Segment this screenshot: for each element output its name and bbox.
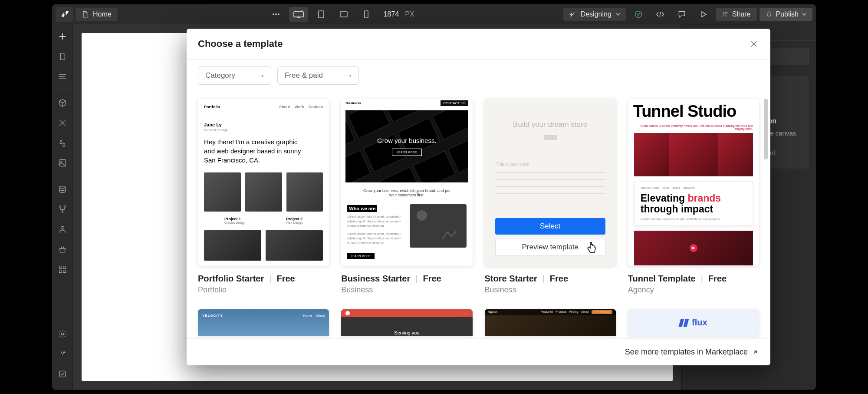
basket-icon xyxy=(58,245,67,254)
logic-button[interactable] xyxy=(54,201,71,218)
svg-point-1 xyxy=(275,13,277,15)
template-grid: Portfolio AboutWorkContact Jane Ly Produ… xyxy=(187,88,770,338)
svg-rect-17 xyxy=(59,266,62,269)
desktop-star-icon: * xyxy=(293,10,304,19)
variables-icon xyxy=(58,119,67,127)
home-page-button[interactable]: Home xyxy=(76,8,118,21)
template-card-store[interactable]: Build your dream store This is your stor… xyxy=(485,99,616,297)
navigator-button[interactable] xyxy=(54,68,71,85)
template-card-spoon[interactable]: SpoonFeaturedProcessPricingAboutGet Star… xyxy=(485,309,616,336)
svg-rect-19 xyxy=(59,270,62,273)
template-card-portfolio[interactable]: Portfolio AboutWorkContact Jane Ly Produ… xyxy=(198,99,329,297)
svg-text:*: * xyxy=(301,10,303,13)
viewport-width-value[interactable]: 1874 xyxy=(384,10,399,18)
help-sparkle-icon xyxy=(58,350,67,358)
settings-button[interactable] xyxy=(54,325,71,343)
comments-button[interactable] xyxy=(672,7,691,22)
ecommerce-button[interactable] xyxy=(54,241,71,258)
modal-close-button[interactable] xyxy=(749,39,759,49)
template-card-velocity[interactable]: VELOCITYHomeAbout xyxy=(198,309,329,336)
add-element-button[interactable] xyxy=(54,28,71,45)
preview-button[interactable] xyxy=(694,7,713,22)
svg-point-0 xyxy=(273,13,274,15)
preview-template-button[interactable]: Preview template xyxy=(495,239,605,255)
webflow-logo-icon xyxy=(59,10,69,19)
svg-rect-20 xyxy=(63,270,66,273)
template-card-flux[interactable]: flux xyxy=(628,309,759,336)
marketplace-link[interactable]: See more templates in Marketplace xyxy=(625,348,758,357)
components-button[interactable] xyxy=(54,94,71,112)
svg-point-2 xyxy=(278,13,279,15)
template-card-tunnel[interactable]: Tunnel Studio Tunnel Studio is where cre… xyxy=(628,99,759,297)
scrollbar-thumb[interactable] xyxy=(764,99,768,159)
ellipsis-icon xyxy=(272,13,280,16)
svg-point-21 xyxy=(61,333,63,335)
close-icon xyxy=(750,40,757,47)
logic-icon xyxy=(58,205,67,214)
svg-rect-5 xyxy=(319,11,324,18)
pointer-cursor-icon xyxy=(586,241,598,255)
svg-rect-18 xyxy=(63,266,66,269)
audit-button[interactable] xyxy=(54,365,71,383)
modal-title: Choose a template xyxy=(198,38,283,50)
checkbox-icon xyxy=(58,370,67,378)
database-icon xyxy=(58,185,67,194)
svg-rect-6 xyxy=(340,12,347,17)
status-check-button[interactable] xyxy=(629,7,648,22)
user-icon xyxy=(58,225,67,234)
viewport-desktop-button[interactable]: * xyxy=(289,7,308,22)
code-icon xyxy=(656,11,664,17)
svg-point-15 xyxy=(62,212,63,213)
svg-point-12 xyxy=(59,186,65,189)
assets-button[interactable] xyxy=(54,154,71,172)
chevron-down-icon xyxy=(802,13,806,16)
help-button[interactable] xyxy=(54,345,71,363)
left-sidebar xyxy=(52,24,73,390)
template-modal: Choose a template Category ▾ Free & paid… xyxy=(187,29,770,365)
style-selectors-button[interactable] xyxy=(54,134,71,152)
chevron-down-icon: ▾ xyxy=(261,73,264,79)
droplets-icon xyxy=(58,139,67,147)
plus-icon xyxy=(58,32,67,41)
more-menu-button[interactable] xyxy=(266,7,286,22)
viewport-tablet-portrait-button[interactable] xyxy=(312,7,331,22)
template-card-business[interactable]: BusinessCONTACT US Grow your business. L… xyxy=(341,99,472,297)
viewport-tablet-landscape-button[interactable] xyxy=(334,7,353,22)
select-template-button[interactable]: Select xyxy=(495,218,605,235)
viewport-width-unit: PX xyxy=(405,10,414,18)
publish-button[interactable]: Publish xyxy=(760,8,812,21)
svg-point-8 xyxy=(635,11,641,17)
svg-point-16 xyxy=(61,226,64,229)
code-button[interactable] xyxy=(651,7,670,22)
svg-rect-7 xyxy=(365,11,368,18)
viewport-mobile-button[interactable] xyxy=(357,7,376,22)
top-bar: Home * 1874 PX Designing xyxy=(52,4,816,24)
category-filter[interactable]: Category ▾ xyxy=(198,66,271,85)
check-circle-icon xyxy=(634,10,643,19)
price-filter[interactable]: Free & paid ▾ xyxy=(277,66,359,85)
gear-icon xyxy=(58,330,67,338)
users-button[interactable] xyxy=(54,221,71,238)
template-card-serving[interactable]: ···· Serving you xyxy=(341,309,472,336)
tablet-landscape-icon xyxy=(339,11,348,18)
image-icon xyxy=(58,159,67,167)
rocket-icon xyxy=(766,11,773,18)
navigator-icon xyxy=(58,73,67,80)
page-icon xyxy=(59,52,66,61)
variables-button[interactable] xyxy=(54,114,71,132)
cms-button[interactable] xyxy=(54,181,71,198)
share-button[interactable]: Share xyxy=(716,8,757,21)
external-link-icon xyxy=(752,349,758,355)
apps-button[interactable] xyxy=(54,261,71,278)
pages-button[interactable] xyxy=(54,48,71,65)
comment-icon xyxy=(677,10,686,19)
webflow-logo-button[interactable] xyxy=(56,7,73,22)
svg-point-9 xyxy=(723,12,726,14)
wand-icon xyxy=(569,11,576,18)
page-icon xyxy=(82,11,89,18)
grid-icon xyxy=(58,265,67,274)
mode-selector[interactable]: Designing xyxy=(563,8,626,21)
cube-icon xyxy=(58,99,67,107)
svg-point-14 xyxy=(64,206,65,207)
play-icon xyxy=(700,11,707,18)
